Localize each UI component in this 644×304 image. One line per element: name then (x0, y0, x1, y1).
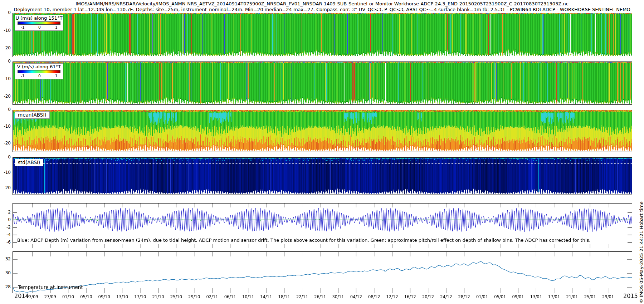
std-absi-heatmap (13, 158, 632, 195)
figure-title-line2: Deployment 10, member 1 lat=12.34S lon=1… (0, 7, 644, 12)
u-colorbar-tick: 1 (55, 25, 58, 29)
x-tick-label: 27/09 (44, 294, 56, 299)
y-tick-label: -10 (0, 28, 11, 33)
x-tick-label: 01/01 (476, 294, 488, 299)
v-colorbar-tick: 1 (55, 74, 58, 78)
x-tick-label: 29/01 (602, 294, 614, 299)
y-tick-label: -6 (0, 240, 11, 245)
y-tick-label: -2 (0, 225, 11, 230)
x-tick-label: 28/12 (458, 294, 470, 299)
temperature-plot (13, 252, 632, 293)
v-velocity-heatmap (13, 62, 632, 104)
panel-temperature: Temperature at instrument (13, 251, 632, 293)
x-tick-label: 13/10 (116, 294, 128, 299)
y-tick-label: 0 (0, 59, 11, 64)
x-tick-label: 21/10 (152, 294, 164, 299)
y-tick-label: 0 (0, 217, 11, 222)
x-tick-label: 02/11 (206, 294, 218, 299)
x-tick-label: 04/12 (350, 294, 362, 299)
u-colorbar-tick: 0 (38, 25, 41, 29)
y-tick-label: 32 (0, 256, 11, 261)
x-tick-label: 25/10 (170, 294, 182, 299)
x-tick-label: 01/10 (62, 294, 74, 299)
panel-v-velocity: V (m/s) along 61°T -1 0 1 (13, 62, 632, 105)
year-end-label: 2015 (623, 293, 638, 299)
y-tick-label: -10 (0, 124, 11, 129)
v-legend-title: V (m/s) along 61°T (15, 64, 63, 69)
panel-mean-absi: mean(ABSI) (13, 110, 632, 152)
x-tick-label: 24/12 (440, 294, 452, 299)
u-velocity-heatmap (13, 13, 632, 57)
mean-absi-heatmap (13, 110, 632, 152)
y-tick-label: 2 (0, 210, 11, 215)
x-tick-label: 05/10 (80, 294, 92, 299)
y-tick-label: 0 (0, 155, 11, 160)
y-tick-label: -10 (0, 76, 11, 81)
x-tick-label: 23/09 (26, 294, 38, 299)
u-colorbar (18, 21, 60, 25)
temperature-label: Temperature at instrument (18, 284, 83, 290)
figure-title-line1: IMOS/ANMN/NRS/NRSDAR/Velocity/IMOS_ANMN-… (0, 1, 644, 6)
y-tick-label: -20 (0, 141, 11, 146)
x-tick-label: 30/11 (332, 294, 344, 299)
y-tick-label: 0 (0, 10, 11, 15)
y-tick-label: -4 (0, 232, 11, 237)
y-tick-label: 0 (0, 107, 11, 112)
v-colorbar (18, 70, 60, 73)
x-tick-label: 29/10 (188, 294, 200, 299)
y-tick-label: -20 (0, 45, 11, 50)
imos-watermark: © IMOS 05-May-2025 21:44:21 Hobart time (639, 201, 644, 303)
x-tick-label: 05/01 (494, 294, 506, 299)
x-tick-label: 26/11 (314, 294, 326, 299)
v-colorbar-legend: V (m/s) along 61°T -1 0 1 (15, 63, 63, 79)
x-tick-label: 17/10 (134, 294, 146, 299)
y-tick-label: -20 (0, 185, 11, 190)
u-legend-title: U (m/s) along 151°T (15, 15, 63, 21)
x-tick-label: 18/11 (278, 294, 290, 299)
x-tick-label: 25/01 (584, 294, 596, 299)
y-tick-label: -20 (0, 94, 11, 99)
x-tick-label: 22/11 (296, 294, 308, 299)
x-tick-label: 08/12 (368, 294, 380, 299)
u-colorbar-legend: U (m/s) along 151°T -1 0 1 (15, 15, 63, 31)
x-tick-label: 09/01 (512, 294, 524, 299)
x-tick-label: 20/12 (422, 294, 434, 299)
x-tick-label: 10/11 (242, 294, 254, 299)
x-tick-label: 06/11 (224, 294, 236, 299)
panel-depth-variation: Blue: ADCP Depth (m) variation from sens… (13, 203, 632, 248)
x-tick-label: 09/10 (98, 294, 110, 299)
v-colorbar-tick: 0 (38, 74, 41, 78)
x-tick-label: 21/01 (566, 294, 578, 299)
u-colorbar-tick: -1 (21, 25, 24, 29)
depth-annotation: Blue: ADCP Depth (m) variation from sens… (17, 237, 590, 243)
x-tick-label: 17/01 (548, 294, 560, 299)
std-absi-label: std(ABSI) (15, 159, 43, 166)
figure-root: IMOS/ANMN/NRS/NRSDAR/Velocity/IMOS_ANMN-… (0, 0, 644, 304)
x-tick-label: 14/11 (260, 294, 272, 299)
x-tick-label: 16/12 (404, 294, 416, 299)
panel-std-absi: std(ABSI) (13, 157, 632, 195)
x-tick-label: 12/12 (386, 294, 398, 299)
y-tick-label: 28 (0, 284, 11, 289)
y-tick-label: 30 (0, 270, 11, 275)
panel-u-velocity: U (m/s) along 151°T -1 0 1 (13, 13, 632, 57)
v-colorbar-tick: -1 (21, 74, 24, 78)
mean-absi-label: mean(ABSI) (15, 111, 50, 119)
x-tick-label: 13/01 (530, 294, 542, 299)
y-tick-label: -10 (0, 170, 11, 175)
